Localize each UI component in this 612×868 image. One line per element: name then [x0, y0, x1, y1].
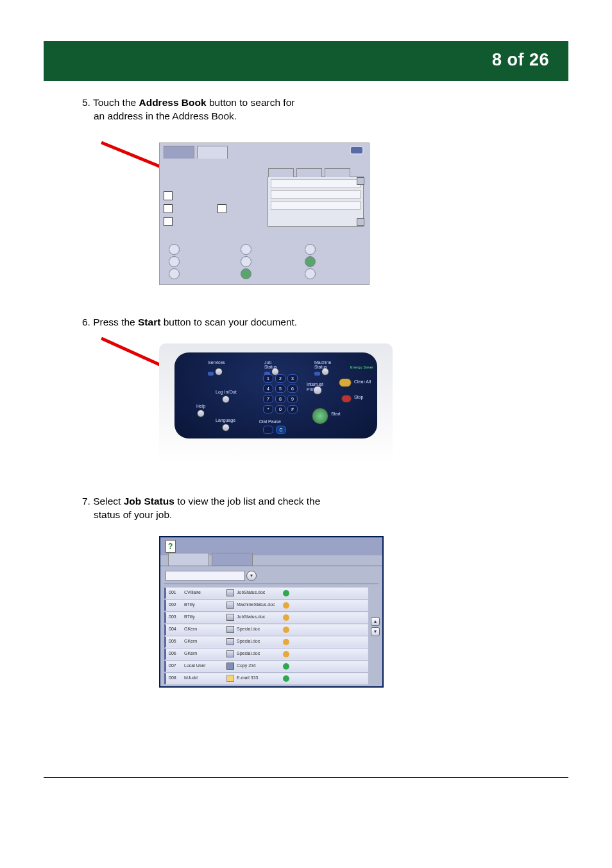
- services-button[interactable]: [215, 368, 223, 376]
- list-item[interactable]: [271, 201, 361, 210]
- soft-button[interactable]: [305, 268, 316, 279]
- job-owner: MJudd: [184, 675, 198, 680]
- help-button[interactable]: [197, 410, 205, 417]
- job-row[interactable]: 004GKernSpecial.doc: [164, 624, 368, 636]
- job-row[interactable]: 003BTillyJobStatus.doc: [164, 612, 368, 623]
- filter-dropdown-button[interactable]: ▾: [246, 571, 257, 581]
- checkbox[interactable]: [164, 217, 173, 226]
- checkbox[interactable]: [164, 204, 173, 213]
- soft-button[interactable]: [241, 244, 251, 255]
- keypad-key[interactable]: 4: [263, 385, 273, 393]
- job-row[interactable]: 006GKernSpecial.doc: [164, 648, 368, 660]
- soft-button[interactable]: [305, 244, 316, 255]
- language-button[interactable]: [222, 424, 230, 431]
- scroll-up-button[interactable]: [357, 177, 364, 185]
- keypad-key[interactable]: 2: [275, 374, 285, 383]
- stop-button[interactable]: [341, 395, 352, 403]
- job-row[interactable]: 008MJuddE-mail 333: [164, 673, 368, 684]
- job-name: Special.doc: [237, 639, 260, 643]
- list-tab[interactable]: [296, 168, 322, 177]
- scroll-down-button[interactable]: ▾: [371, 627, 380, 636]
- step7-indent: status of your job.: [94, 509, 172, 520]
- keypad-key[interactable]: 0: [275, 405, 285, 413]
- job-name: Copy 234: [237, 663, 256, 668]
- job-row[interactable]: 005GKernSpecial.doc: [164, 636, 368, 648]
- soft-button[interactable]: [305, 256, 316, 267]
- scrollbar: ▴ ▾: [371, 617, 380, 638]
- job-owner: CVillaire: [184, 590, 201, 595]
- scroll-up-button[interactable]: ▴: [371, 617, 380, 626]
- list-tab[interactable]: [268, 168, 294, 177]
- stop-label: Stop: [354, 395, 363, 399]
- screenshot-address-book-ui: [159, 143, 370, 285]
- ui-tab[interactable]: [197, 146, 228, 159]
- job-number: 005: [169, 639, 176, 643]
- job-number: 001: [169, 590, 176, 595]
- login-out-button[interactable]: [222, 395, 230, 403]
- list-item[interactable]: [271, 190, 361, 199]
- keypad-key[interactable]: 5: [275, 385, 285, 393]
- keypad-key[interactable]: 7: [263, 395, 273, 403]
- job-owner: GKern: [184, 651, 197, 655]
- language-icon[interactable]: [350, 146, 364, 155]
- keypad-key[interactable]: 1: [263, 374, 273, 383]
- ui-tab[interactable]: [164, 146, 194, 159]
- checkbox[interactable]: [217, 204, 226, 213]
- footer-rule: [44, 777, 568, 778]
- job-tab-other[interactable]: [212, 553, 253, 566]
- scroll-down-button[interactable]: [357, 218, 364, 226]
- job-name: E-mail 333: [237, 675, 258, 680]
- keypad-key[interactable]: 6: [287, 385, 298, 393]
- step-5: 5. Touch the Address Book button to sear…: [82, 96, 607, 123]
- keypad-key[interactable]: 9: [287, 395, 298, 403]
- dial-pause-button[interactable]: [263, 426, 273, 434]
- keypad-key[interactable]: 3: [287, 374, 298, 383]
- help-area: Help: [196, 404, 205, 420]
- job-row[interactable]: 002BTillyMachineStatus.doc: [164, 600, 368, 611]
- soft-button[interactable]: [241, 256, 251, 267]
- list-item[interactable]: [271, 179, 361, 188]
- step6-bold: Start: [138, 317, 160, 327]
- checkbox[interactable]: [164, 191, 173, 200]
- status-icon: [283, 590, 289, 596]
- screenshot-job-status: ▾ 001CVillaireJobStatus.doc002BTillyMach…: [159, 536, 384, 688]
- filter-dropdown[interactable]: [166, 571, 245, 581]
- list-tab[interactable]: [325, 168, 350, 177]
- step7-part1: 7. Select: [82, 496, 124, 507]
- job-row[interactable]: 001CVillaireJobStatus.doc: [164, 587, 368, 599]
- job-name: MachineStatus.doc: [237, 602, 275, 607]
- job-row[interactable]: 007Local UserCopy 234: [164, 661, 368, 672]
- step5-part1: 5. Touch the: [82, 97, 139, 108]
- soft-button[interactable]: [241, 268, 251, 279]
- soft-button[interactable]: [169, 244, 180, 255]
- clear-all-button[interactable]: [339, 378, 352, 387]
- clear-c-button[interactable]: C: [276, 426, 286, 434]
- job-tab-active[interactable]: [168, 553, 209, 566]
- address-list-pane: [268, 177, 364, 227]
- keypad-key[interactable]: 8: [275, 395, 285, 403]
- printer-icon: [226, 602, 234, 609]
- control-panel-body: Services Job Status Machine Status Energ…: [174, 352, 377, 438]
- step6-part1: 6. Press the: [82, 317, 138, 327]
- dial-pause-row: C: [263, 426, 286, 434]
- help-icon[interactable]: [166, 540, 176, 553]
- job-name: Special.doc: [237, 627, 260, 631]
- services-label: Services: [208, 360, 225, 365]
- step-6: 6. Press the Start button to scan your d…: [82, 316, 607, 329]
- start-button[interactable]: [312, 408, 328, 424]
- divider: [160, 566, 382, 566]
- status-icon: [283, 651, 289, 657]
- status-icon: [283, 602, 289, 609]
- printer-icon: [226, 638, 234, 645]
- soft-button[interactable]: [169, 256, 180, 267]
- keypad-key[interactable]: *: [263, 405, 273, 413]
- job-number: 003: [169, 614, 176, 619]
- machine-status-area: Machine Status: [314, 360, 329, 378]
- job-number: 004: [169, 627, 176, 631]
- step-7: 7. Select Job Status to view the job lis…: [82, 495, 607, 522]
- start-label: Start: [331, 412, 341, 416]
- keypad-key[interactable]: #: [287, 405, 298, 413]
- printer-icon: [226, 650, 234, 657]
- status-icon: [283, 675, 289, 682]
- soft-button[interactable]: [169, 268, 180, 279]
